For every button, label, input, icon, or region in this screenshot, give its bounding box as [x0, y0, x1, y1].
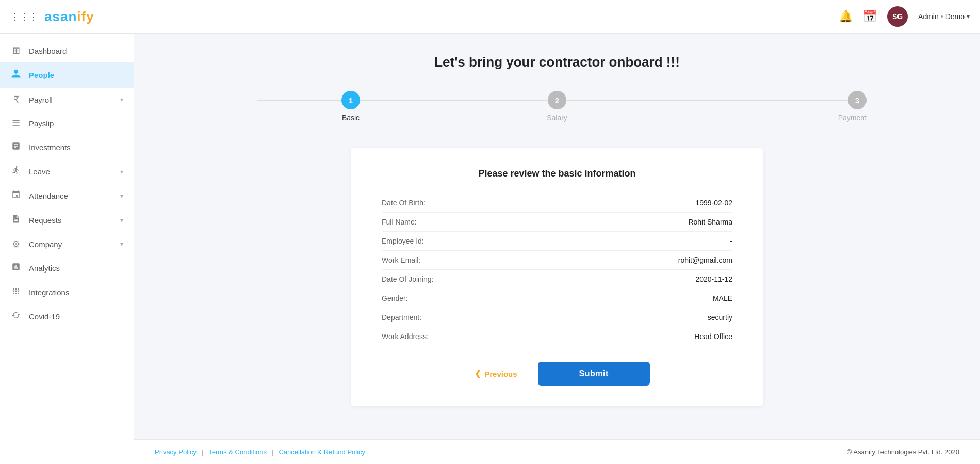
footer-divider-1: |: [202, 448, 203, 456]
step-1-label: Basic: [342, 114, 360, 122]
sidebar-item-dashboard[interactable]: ⊞ Dashboard: [0, 39, 134, 62]
label-empid: Employee Id:: [382, 237, 475, 245]
label-email: Work Email:: [382, 256, 475, 264]
previous-button[interactable]: ❮ Previous: [464, 364, 527, 383]
privacy-policy-link[interactable]: Privacy Policy: [155, 448, 197, 456]
people-icon: [10, 69, 22, 82]
footer-links: Privacy Policy | Terms & Conditions | Ca…: [155, 448, 365, 456]
cancellation-policy-link[interactable]: Cancellation & Refund Policy: [279, 448, 365, 456]
label-address: Work Address:: [382, 332, 475, 341]
investments-icon: [10, 141, 22, 153]
review-row-address: Work Address: Head Office: [382, 327, 732, 346]
label-department: Department:: [382, 313, 475, 322]
review-row-name: Full Name: Rohit Sharma: [382, 213, 732, 232]
step-1-circle: 1: [341, 91, 360, 109]
payslip-icon: ☰: [10, 118, 22, 129]
review-row-doj: Date Of Joining: 2020-11-12: [382, 270, 732, 289]
review-card: Please review the basic information Date…: [351, 148, 763, 406]
value-address: Head Office: [694, 332, 732, 341]
sidebar-label-dashboard: Dashboard: [29, 46, 123, 55]
sidebar-item-investments[interactable]: Investments: [0, 135, 134, 159]
sidebar-item-attendance[interactable]: Attendance ▾: [0, 184, 134, 208]
header-right: 🔔 📅 SG Admin • Demo ▾: [839, 6, 970, 27]
sidebar-label-analytics: Analytics: [29, 264, 123, 273]
sidebar-item-covid19[interactable]: Covid-19: [0, 305, 134, 329]
review-row-department: Department: securtiy: [382, 308, 732, 327]
calendar-icon[interactable]: 📅: [863, 10, 877, 23]
grid-menu-icon[interactable]: ⋮⋮⋮: [10, 11, 38, 22]
value-doj: 2020-11-12: [695, 275, 732, 283]
user-info: Admin • Demo ▾: [918, 12, 970, 21]
stepper: 1 Basic 2 Salary 3 Payment: [248, 91, 867, 122]
review-row-empid: Employee Id: -: [382, 232, 732, 251]
terms-conditions-link[interactable]: Terms & Conditions: [208, 448, 267, 456]
value-name: Rohit Sharma: [688, 218, 732, 226]
step-basic: 1 Basic: [248, 91, 454, 122]
step-3-circle: 3: [848, 91, 867, 109]
payroll-icon: ₹: [10, 94, 22, 105]
requests-chevron: ▾: [120, 217, 123, 224]
value-dob: 1999-02-02: [695, 199, 732, 207]
main-content: Let's bring your contractor onboard !!! …: [134, 34, 980, 439]
label-name: Full Name:: [382, 218, 475, 226]
footer-divider-2: |: [272, 448, 273, 456]
attendance-icon: [10, 190, 22, 202]
footer-copyright: © Asanify Technologies Pvt. Ltd. 2020: [847, 448, 959, 456]
leave-chevron: ▾: [120, 168, 123, 175]
step-payment: 3 Payment: [660, 91, 867, 122]
sidebar: ⊞ Dashboard People ₹ Payroll ▾ ☰ Payslip…: [0, 34, 134, 464]
sidebar-label-requests: Requests: [29, 216, 113, 225]
covid19-icon: [10, 311, 22, 323]
sidebar-item-requests[interactable]: Requests ▾: [0, 208, 134, 232]
company-chevron: ▾: [120, 241, 123, 248]
sidebar-item-integrations[interactable]: Integrations: [0, 280, 134, 305]
notification-icon[interactable]: 🔔: [839, 10, 853, 23]
sidebar-label-attendance: Attendance: [29, 191, 113, 200]
leave-icon: [10, 166, 22, 178]
layout: ⊞ Dashboard People ₹ Payroll ▾ ☰ Payslip…: [0, 0, 980, 464]
header-left: ⋮⋮⋮ asanify: [10, 9, 839, 25]
sidebar-label-leave: Leave: [29, 167, 113, 176]
review-row-dob: Date Of Birth: 1999-02-02: [382, 194, 732, 213]
step-salary: 2 Salary: [454, 91, 660, 122]
logo: asanify: [44, 9, 94, 25]
sidebar-label-people: People: [29, 71, 123, 79]
sidebar-item-people[interactable]: People: [0, 62, 134, 88]
value-empid: -: [730, 237, 732, 245]
avatar[interactable]: SG: [887, 6, 908, 27]
requests-icon: [10, 214, 22, 226]
user-role: Demo: [945, 12, 965, 21]
dashboard-icon: ⊞: [10, 45, 22, 56]
step-3-label: Payment: [838, 114, 867, 122]
dot-separator: •: [941, 12, 943, 21]
company-icon: ⚙: [10, 238, 22, 250]
review-row-email: Work Email: rohit@gmail.com: [382, 251, 732, 270]
submit-button[interactable]: Submit: [538, 362, 650, 386]
sidebar-label-payroll: Payroll: [29, 95, 113, 104]
sidebar-label-investments: Investments: [29, 143, 123, 152]
user-menu-chevron[interactable]: ▾: [967, 13, 970, 20]
sidebar-label-company: Company: [29, 240, 113, 249]
sidebar-label-payslip: Payslip: [29, 119, 123, 128]
previous-label: Previous: [484, 370, 517, 378]
step-2-label: Salary: [547, 114, 567, 122]
sidebar-item-analytics[interactable]: Analytics: [0, 256, 134, 280]
payroll-chevron: ▾: [120, 96, 123, 103]
value-email: rohit@gmail.com: [678, 256, 732, 264]
sidebar-label-integrations: Integrations: [29, 288, 123, 297]
sidebar-item-leave[interactable]: Leave ▾: [0, 159, 134, 184]
sidebar-label-covid19: Covid-19: [29, 312, 123, 321]
header: ⋮⋮⋮ asanify 🔔 📅 SG Admin • Demo ▾: [0, 0, 980, 34]
review-title: Please review the basic information: [382, 168, 732, 179]
step-2-circle: 2: [548, 91, 566, 109]
previous-chevron: ❮: [475, 369, 481, 378]
analytics-icon: [10, 262, 22, 274]
label-dob: Date Of Birth:: [382, 199, 475, 207]
sidebar-item-payslip[interactable]: ☰ Payslip: [0, 111, 134, 135]
footer: Privacy Policy | Terms & Conditions | Ca…: [134, 439, 980, 464]
sidebar-item-payroll[interactable]: ₹ Payroll ▾: [0, 88, 134, 111]
integrations-icon: [10, 286, 22, 298]
user-name: Admin: [918, 12, 939, 21]
sidebar-item-company[interactable]: ⚙ Company ▾: [0, 232, 134, 256]
page-title: Let's bring your contractor onboard !!!: [434, 54, 680, 70]
